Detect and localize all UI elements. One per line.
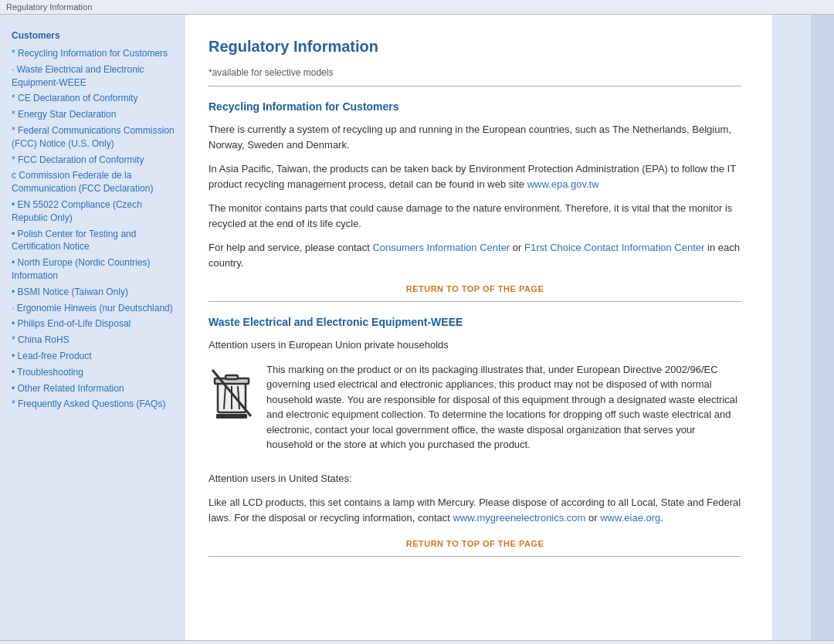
main-content: Regulatory Information *available for se… — [185, 15, 772, 640]
consumers-info-link[interactable]: Consumers Information Center — [372, 242, 510, 253]
recycling-heading: Recycling Information for Customers — [208, 100, 741, 113]
page-title: Regulatory Information — [208, 38, 741, 56]
sidebar-link[interactable]: • Other Related Information — [12, 382, 178, 395]
sidebar-link[interactable]: • Polish Center for Testing and Certific… — [12, 228, 178, 254]
weee-icon — [208, 366, 255, 422]
weee-symbol-block: This marking on the product or on its pa… — [208, 362, 741, 462]
sidebar-link[interactable]: * CE Declaration of Conformity — [12, 92, 178, 105]
return-to-top-2[interactable]: RETURN TO TOP OF THE PAGE — [208, 539, 741, 548]
divider-top — [208, 86, 741, 86]
sidebar-link[interactable]: * China RoHS — [12, 334, 178, 347]
f1rst-choice-link[interactable]: F1rst Choice Contact Information Center — [524, 242, 704, 253]
recycling-para-1: There is currently a system of recycling… — [208, 122, 741, 152]
weee-attention-eu: Attention users in European Union privat… — [208, 337, 741, 353]
sidebar-item: * China RoHS — [12, 334, 178, 347]
epa-link[interactable]: www.epa.gov.tw — [527, 178, 599, 190]
sidebar-link[interactable]: * Frequently Asked Questions (FAQs) — [12, 398, 178, 411]
right-panel — [772, 15, 834, 640]
sidebar-item: * Recycling Information for Customers — [12, 47, 178, 60]
status-bar: file:///D:/cd manual/philips4/706/900281… — [0, 640, 834, 644]
sidebar-list: * Recycling Information for Customers· W… — [12, 47, 178, 411]
sidebar-item: · Ergonomie Hinweis (nur Deutschland) — [12, 302, 178, 315]
sidebar-item: • Philips End-of-Life Disposal — [12, 317, 178, 330]
sidebar-item: * Federal Communications Commission (FCC… — [12, 124, 178, 151]
sidebar-link[interactable]: * Federal Communications Commission (FCC… — [12, 124, 178, 151]
sidebar-link[interactable]: * Energy Star Declaration — [12, 108, 178, 121]
sidebar: Customers * Recycling Information for Cu… — [0, 15, 185, 640]
title-bar: Regulatory Information — [0, 0, 834, 15]
sidebar-item: * Energy Star Declaration — [12, 108, 178, 121]
sidebar-link[interactable]: c Commission Federale de la Communicatio… — [12, 169, 178, 195]
svg-rect-7 — [216, 414, 247, 419]
sidebar-item: · Waste Electrical and Electronic Equipm… — [12, 63, 178, 90]
sidebar-item: • Lead-free Product — [12, 350, 178, 363]
sidebar-link[interactable]: • North Europe (Nordic Countries) Inform… — [12, 256, 178, 283]
sidebar-item: • Troubleshooting — [12, 366, 178, 379]
weee-eu-text: This marking on the product or on its pa… — [266, 362, 741, 452]
sidebar-item: * Frequently Asked Questions (FAQs) — [12, 398, 178, 411]
recycling-para-4: For help and service, please contact Con… — [208, 240, 741, 270]
mygreenelectronics-link[interactable]: www.mygreenelectronics.com — [453, 512, 585, 524]
eiae-link[interactable]: www.eiae.org — [600, 512, 660, 524]
sidebar-item: * CE Declaration of Conformity — [12, 92, 178, 105]
sidebar-item: • EN 55022 Compliance (Czech Republic On… — [12, 198, 178, 225]
sidebar-link[interactable]: • Lead-free Product — [12, 350, 178, 363]
sidebar-link[interactable]: * Recycling Information for Customers — [12, 47, 178, 60]
svg-rect-2 — [225, 375, 238, 379]
sidebar-item: • North Europe (Nordic Countries) Inform… — [12, 256, 178, 283]
sidebar-item: • Polish Center for Testing and Certific… — [12, 228, 178, 254]
available-note: *available for selective models — [208, 67, 741, 78]
weee-us-text: Like all LCD products, this set contains… — [208, 495, 741, 525]
sidebar-item: c Commission Federale de la Communicatio… — [12, 169, 178, 195]
title-bar-text: Regulatory Information — [6, 2, 92, 12]
sidebar-item: • Other Related Information — [12, 382, 178, 395]
sidebar-link[interactable]: • BSMI Notice (Taiwan Only) — [12, 286, 178, 299]
sidebar-link[interactable]: • Troubleshooting — [12, 366, 178, 379]
sidebar-link[interactable]: • EN 55022 Compliance (Czech Republic On… — [12, 198, 178, 225]
sidebar-item: • BSMI Notice (Taiwan Only) — [12, 286, 178, 299]
sidebar-link[interactable]: * FCC Declaration of Conformity — [12, 154, 178, 167]
recycling-para-2: In Asia Pacific, Taiwan, the products ca… — [208, 161, 741, 192]
return-to-top-1[interactable]: RETURN TO TOP OF THE PAGE — [208, 284, 741, 293]
divider-mid — [208, 301, 741, 302]
sidebar-link[interactable]: · Ergonomie Hinweis (nur Deutschland) — [12, 302, 178, 315]
sidebar-section-title: Customers — [12, 30, 178, 41]
weee-heading: Waste Electrical and Electronic Equipmen… — [208, 316, 741, 328]
sidebar-link[interactable]: • Philips End-of-Life Disposal — [12, 317, 178, 330]
sidebar-item: * FCC Declaration of Conformity — [12, 154, 178, 167]
divider-bottom — [208, 556, 741, 557]
weee-attention-us: Attention users in United States: — [208, 471, 741, 486]
right-inner-panel — [772, 15, 811, 640]
recycling-para-3: The monitor contains parts that could ca… — [208, 201, 741, 231]
sidebar-link[interactable]: · Waste Electrical and Electronic Equipm… — [12, 63, 178, 90]
